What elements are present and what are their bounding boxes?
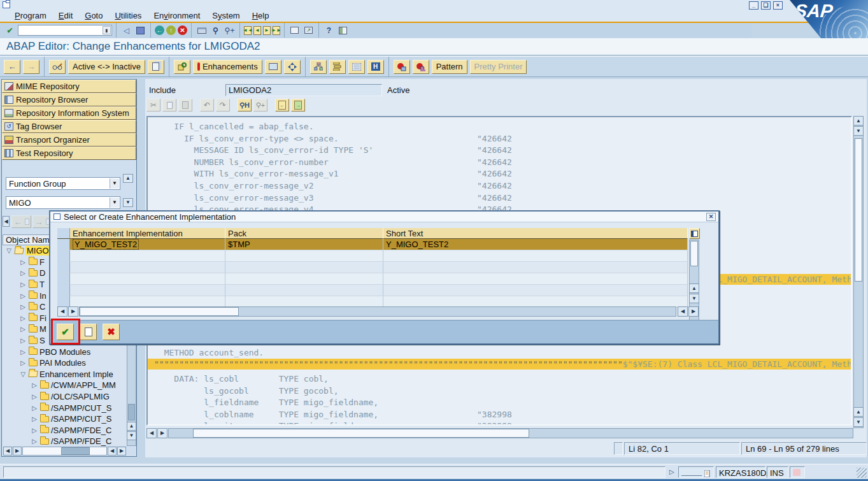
cancel-button[interactable]: ✖: [103, 324, 120, 340]
dialog-titlebar[interactable]: Select or Create Enhancement Implementat…: [50, 212, 718, 222]
sidebar-item-transport-organizer[interactable]: Transport Organizer: [2, 133, 136, 147]
expander-icon[interactable]: ▷: [19, 315, 27, 322]
undo-button[interactable]: ↶: [200, 99, 214, 111]
tree-hscrollbar[interactable]: [22, 447, 107, 456]
exit-icon[interactable]: ↑: [166, 25, 176, 35]
expander-icon[interactable]: ▷: [19, 359, 27, 366]
info-button[interactable]: H: [367, 60, 384, 74]
menu-system[interactable]: System: [212, 11, 239, 20]
expander-icon[interactable]: ▷: [19, 348, 27, 355]
editor-scroll-up[interactable]: ▲: [853, 116, 864, 126]
print-icon[interactable]: [196, 24, 208, 36]
expander-icon[interactable]: ▷: [19, 337, 27, 344]
tree-scroll-left-2[interactable]: ◀: [108, 447, 117, 456]
find-next-icon[interactable]: ⚲+: [224, 24, 236, 36]
nav-back-button[interactable]: ←: [4, 60, 20, 74]
paste-button[interactable]: [178, 99, 192, 111]
expander-icon[interactable]: ▷: [19, 326, 27, 333]
expander-icon[interactable]: ▷: [31, 382, 38, 389]
menu-environment[interactable]: Environment: [153, 11, 200, 20]
command-input[interactable]: ▮: [18, 25, 112, 36]
expander-icon[interactable]: ▷: [19, 303, 27, 310]
shortcut-icon[interactable]: ↗: [302, 24, 315, 36]
editor-hscrollbar[interactable]: ◀ ▶: [146, 428, 853, 439]
copy-button[interactable]: [162, 99, 176, 111]
close-icon[interactable]: ✕: [706, 213, 716, 221]
sidebar-item-tag-browser[interactable]: ↺Tag Browser: [2, 120, 136, 133]
history-back-button[interactable]: ←: [11, 215, 31, 228]
continue-icon[interactable]: ◁: [120, 24, 132, 36]
cut-button[interactable]: ✂: [146, 99, 160, 111]
enhancements-button[interactable]: Enhancements: [193, 60, 262, 74]
command-dropdown-icon[interactable]: ▮: [103, 26, 111, 34]
active-inactive-button[interactable]: Active <-> Inactive: [68, 60, 145, 74]
dialog-scroll-up[interactable]: ▲: [689, 284, 699, 293]
sidebar-item-repository-infosystem[interactable]: Repository Information System: [2, 106, 136, 120]
col-enhancement-implementation[interactable]: Enhancement Implementation: [70, 228, 225, 239]
find-button[interactable]: ⚲H: [238, 99, 252, 111]
tree-item[interactable]: ▷/SAPMP/CUT_S: [3, 413, 127, 425]
new-button[interactable]: [80, 324, 97, 340]
tree-item[interactable]: ▷/SAPMP/FDE_C: [3, 436, 127, 446]
editor-scroll-right[interactable]: ▶: [157, 428, 167, 438]
expander-icon[interactable]: ▷: [31, 393, 38, 400]
editor-scroll-left[interactable]: ◀: [146, 428, 157, 438]
editor-scroll-down[interactable]: ▼: [853, 417, 864, 427]
find-next-button[interactable]: ⚲+: [253, 99, 267, 111]
dialog-hscrollbar[interactable]: ◀ ▶ ◀ ▶: [57, 306, 713, 317]
window-close-icon[interactable]: ×: [773, 1, 783, 10]
detail-button[interactable]: [348, 60, 365, 74]
window-restore-icon[interactable]: ❏: [761, 1, 771, 10]
breakpoint-button[interactable]: [394, 60, 410, 74]
grid-config-button[interactable]: [689, 228, 700, 239]
sidebar-scroll-down[interactable]: ▼: [123, 198, 133, 207]
editor-scroll-up-bottom[interactable]: ▲: [853, 407, 864, 417]
dialog-scroll-left-2[interactable]: ◀: [678, 306, 688, 317]
expander-icon[interactable]: ▷: [31, 427, 38, 434]
pattern-button[interactable]: Pattern: [432, 60, 467, 74]
display-change-button[interactable]: [49, 60, 66, 74]
window-minimize-icon[interactable]: _: [749, 1, 758, 10]
expander-icon[interactable]: ▷: [19, 269, 27, 276]
navigation-button[interactable]: [284, 60, 301, 74]
tree-item[interactable]: ▷/CWM/APPL_MM: [3, 380, 127, 391]
sidebar-item-mime-repository[interactable]: MIME Repository: [2, 80, 136, 93]
col-short-text[interactable]: Short Text: [383, 228, 688, 239]
sidebar-scroll-up[interactable]: ▲: [123, 174, 133, 183]
menu-utilities[interactable]: Utilities: [115, 11, 141, 20]
status-extra-field[interactable]: [678, 466, 714, 478]
sidebar-pane-scroll-left[interactable]: ◀: [3, 216, 10, 227]
table-row[interactable]: [57, 273, 688, 285]
tree-scroll-left[interactable]: ◀: [3, 447, 12, 456]
screen-button[interactable]: [265, 60, 281, 74]
tree-scroll-right-2[interactable]: ▶: [117, 447, 126, 456]
tree-item[interactable]: ▷PBO Modules: [3, 346, 127, 357]
new-session-icon[interactable]: [288, 24, 301, 36]
object-name-select[interactable]: MIGO ▼: [6, 196, 120, 209]
expander-icon[interactable]: ▷: [31, 405, 38, 412]
chevron-down-icon[interactable]: ▼: [110, 178, 119, 189]
select-all-cell[interactable]: [57, 228, 70, 239]
expander-icon[interactable]: ▷: [19, 259, 27, 266]
cell-pack[interactable]: $TMP: [225, 239, 383, 250]
table-row[interactable]: [57, 250, 688, 262]
expander-icon[interactable]: ▷: [19, 292, 27, 299]
tree-item[interactable]: ▷/OLC/SAPLMIG: [3, 391, 127, 403]
back-icon[interactable]: ←: [155, 25, 164, 35]
table-row[interactable]: Y_MIGO_TEST2 $TMP Y_MIGO_TEST2: [57, 239, 688, 250]
where-used-button[interactable]: [174, 60, 190, 74]
status-expand-icon[interactable]: ▷: [669, 468, 674, 475]
cancel-icon[interactable]: ✕: [178, 25, 187, 35]
prev-page-icon[interactable]: ◄: [253, 26, 261, 35]
table-row[interactable]: [57, 262, 688, 273]
menu-help[interactable]: Help: [252, 11, 269, 20]
tree-item[interactable]: ▽Enhancement Imple: [3, 369, 127, 380]
expander-icon[interactable]: ▷: [19, 281, 27, 288]
copy-object-button[interactable]: [148, 60, 164, 74]
help-icon[interactable]: ?: [323, 24, 335, 36]
table-row[interactable]: [57, 285, 688, 296]
cell-impl[interactable]: Y_MIGO_TEST2: [73, 239, 139, 250]
customize-icon[interactable]: [337, 24, 349, 36]
goto-prev-button[interactable]: ←: [275, 99, 289, 111]
resize-grip-icon[interactable]: [857, 468, 867, 478]
